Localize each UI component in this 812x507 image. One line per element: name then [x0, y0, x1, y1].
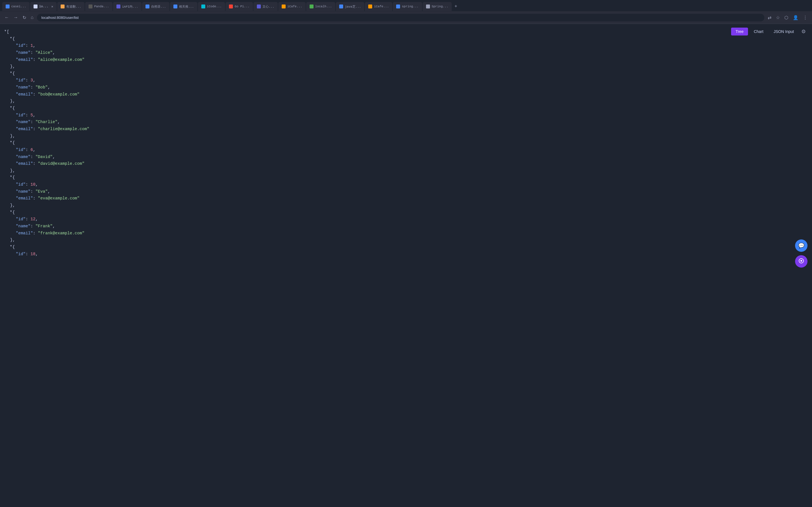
- key-email-6: "email": [16, 230, 33, 237]
- key-name-3: "name": [16, 119, 31, 126]
- tree-item-5-close: },: [4, 202, 808, 209]
- item-4-toggle[interactable]: ▼: [10, 139, 12, 144]
- tab-13-label: java芝...: [345, 4, 361, 9]
- menu-button[interactable]: ⋮: [802, 14, 809, 21]
- key-name-2: "name": [16, 84, 31, 91]
- tree-item-2-open: ▼ {: [4, 70, 808, 77]
- item-2-toggle[interactable]: ▼: [10, 70, 12, 75]
- tab-8-label: iCode...: [207, 5, 222, 8]
- val-id-2: 3: [31, 77, 33, 84]
- val-id-6: 12: [31, 216, 35, 223]
- tree-button[interactable]: Tree: [731, 27, 748, 36]
- val-email-6: "frank@example.com": [38, 230, 84, 237]
- val-email-4: "david@example.com": [38, 160, 84, 167]
- val-email-1: "alice@example.com": [38, 56, 84, 63]
- item-1-brace-open: {: [12, 36, 15, 43]
- tree-item-1-open: ▼ {: [4, 36, 808, 43]
- val-name-2: "Bob": [36, 84, 48, 91]
- item-4-brace-open: {: [12, 139, 15, 147]
- val-name-6: "Frank": [36, 223, 53, 230]
- item-3-brace-open: {: [12, 105, 15, 112]
- item-3-brace-close: },: [10, 133, 15, 140]
- tree-item-7-open: ▼ {: [4, 244, 808, 251]
- tab-8[interactable]: iCode...: [198, 2, 225, 11]
- browser-chrome: casei... lo... ✕ 有道翻... Panda... iAPI内..…: [0, 0, 812, 24]
- tab-1-favicon: [6, 4, 10, 8]
- tab-15[interactable]: spring...: [393, 2, 422, 11]
- tab-7-favicon: [173, 4, 177, 8]
- fab-container: 💬: [795, 239, 808, 268]
- tab-9-label: Go Pi...: [235, 5, 250, 8]
- tab-3-label: 有道翻...: [66, 4, 81, 9]
- translate-button[interactable]: ⇄: [767, 14, 772, 21]
- tree-item-1-email: "email" : "alice@example.com": [4, 56, 808, 63]
- tree-item-3-open: ▼ {: [4, 105, 808, 112]
- tree-item-3-name: "name" : "Charlie" ,: [4, 119, 808, 126]
- extensions-button[interactable]: ⬡: [783, 14, 790, 21]
- tab-7[interactable]: 相关推...: [170, 2, 197, 11]
- key-id-2: "id": [16, 77, 26, 84]
- tab-7-label: 相关推...: [179, 4, 194, 9]
- tree-item-2-close: },: [4, 98, 808, 105]
- tree-item-2-id: "id" : 3 ,: [4, 77, 808, 84]
- nav-bar: ← → ↻ ⌂ ⇄ ☆ ⬡ 👤 ⋮: [0, 11, 812, 24]
- key-name-5: "name": [16, 188, 31, 195]
- tree-item-1-name: "name" : "Alice" ,: [4, 49, 808, 56]
- reload-button[interactable]: ↻: [21, 14, 28, 21]
- settings-button[interactable]: ⚙: [800, 27, 808, 36]
- tab-5[interactable]: iAPI内...: [113, 2, 142, 11]
- tree-item-5-email: "email" : "eva@example.com": [4, 195, 808, 202]
- tab-16[interactable]: Spring...: [423, 2, 452, 11]
- key-email-1: "email": [16, 56, 33, 63]
- chat-fab[interactable]: 💬: [795, 239, 808, 252]
- tab-bar: casei... lo... ✕ 有道翻... Panda... iAPI内..…: [0, 0, 812, 11]
- tab-12[interactable]: localh...: [306, 2, 335, 11]
- tree-item-5-name: "name" : "Eva" ,: [4, 188, 808, 195]
- tree-item-7-id: "id" : 18 ,: [4, 251, 808, 258]
- tree-item-6-open: ▼ {: [4, 209, 808, 216]
- back-button[interactable]: ←: [3, 14, 10, 21]
- key-id-1: "id": [16, 42, 26, 49]
- root-toggle[interactable]: ▼: [4, 29, 6, 33]
- item-7-toggle[interactable]: ▼: [10, 244, 12, 248]
- tree-item-3-id: "id" : 5 ,: [4, 112, 808, 119]
- address-bar[interactable]: [37, 14, 764, 21]
- val-id-4: 6: [31, 147, 33, 154]
- item-5-toggle[interactable]: ▼: [10, 174, 12, 179]
- tab-16-favicon: [426, 4, 430, 8]
- chat-fab-icon: 💬: [798, 242, 804, 249]
- tab-1[interactable]: casei...: [2, 2, 30, 11]
- tree-item-3-close: },: [4, 133, 808, 140]
- new-tab-button[interactable]: +: [452, 3, 460, 10]
- tab-10-label: 文心...: [262, 4, 274, 9]
- tab-4[interactable]: Panda...: [85, 2, 112, 11]
- tree-item-5-id: "id" : 10 ,: [4, 181, 808, 188]
- tab-9[interactable]: Go Pi...: [225, 2, 253, 11]
- tab-2-close[interactable]: ✕: [51, 4, 53, 9]
- octo-fab[interactable]: [795, 255, 808, 268]
- bookmark-button[interactable]: ☆: [775, 14, 781, 21]
- tab-13[interactable]: java芝...: [336, 2, 364, 11]
- octo-fab-icon: [798, 258, 804, 265]
- chart-button[interactable]: Chart: [749, 27, 768, 36]
- tab-10[interactable]: 文心...: [253, 2, 278, 11]
- tab-6[interactable]: 自然语...: [142, 2, 169, 11]
- tab-6-favicon: [146, 4, 149, 8]
- item-3-toggle[interactable]: ▼: [10, 105, 12, 110]
- tab-14[interactable]: iCafe...: [365, 2, 392, 11]
- tab-10-favicon: [257, 4, 261, 8]
- item-1-toggle[interactable]: ▼: [10, 36, 12, 40]
- item-2-brace-open: {: [12, 70, 15, 77]
- profile-button[interactable]: 👤: [792, 14, 800, 21]
- json-input-button[interactable]: JSON Input: [769, 27, 799, 36]
- item-6-brace-open: {: [12, 209, 15, 216]
- tab-11[interactable]: iCafe...: [278, 2, 306, 11]
- forward-button[interactable]: →: [12, 14, 19, 21]
- item-6-toggle[interactable]: ▼: [10, 209, 12, 214]
- tab-3[interactable]: 有道翻...: [57, 2, 85, 11]
- home-button[interactable]: ⌂: [30, 14, 35, 21]
- key-email-2: "email": [16, 91, 33, 98]
- tab-8-favicon: [201, 4, 205, 8]
- tree-item-4-id: "id" : 6 ,: [4, 147, 808, 154]
- tab-2[interactable]: lo... ✕: [30, 2, 57, 11]
